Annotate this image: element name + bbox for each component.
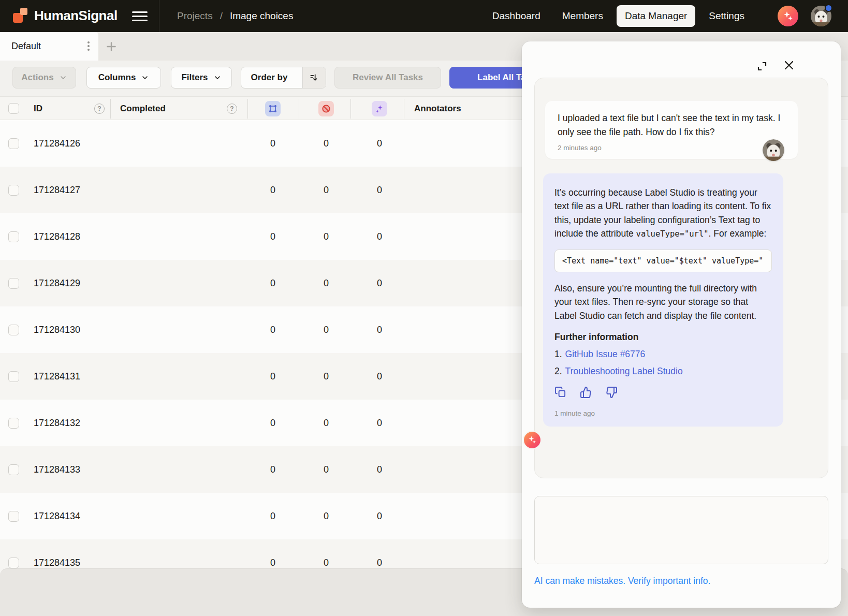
sparkles-icon bbox=[374, 104, 385, 114]
thumbs-up-button[interactable] bbox=[580, 386, 592, 398]
predictions-count: 0 bbox=[367, 400, 392, 446]
humansignal-logo-icon bbox=[12, 7, 29, 24]
filters-button[interactable]: Filters bbox=[171, 67, 232, 89]
completed-help-icon[interactable]: ? bbox=[227, 104, 237, 114]
annotations-count: 0 bbox=[260, 120, 285, 167]
thumbs-down-icon bbox=[605, 386, 618, 399]
chevron-down-icon bbox=[141, 74, 149, 82]
thumbs-down-button[interactable] bbox=[605, 386, 617, 398]
filters-button-label: Filters bbox=[181, 72, 208, 83]
thumbs-up-icon bbox=[580, 386, 592, 399]
row-checkbox[interactable] bbox=[8, 371, 19, 382]
annotations-count: 0 bbox=[260, 400, 285, 446]
select-all-checkbox[interactable] bbox=[8, 103, 19, 114]
task-id: 171284132 bbox=[34, 400, 80, 446]
github-issue-link[interactable]: GitHub Issue #6776 bbox=[565, 349, 646, 359]
cancelled-count: 0 bbox=[314, 306, 339, 353]
tab-default-label: Default bbox=[11, 32, 41, 61]
predictions-count: 0 bbox=[367, 167, 392, 213]
user-message-avatar bbox=[763, 139, 784, 161]
cancelled-count: 0 bbox=[314, 213, 339, 260]
tab-options-kebab-icon[interactable] bbox=[82, 39, 95, 53]
ai-message-paragraph-2: Also, ensure you’re mounting the full di… bbox=[554, 282, 772, 322]
ai-message-paragraph-1: It’s occurring because Label Studio is t… bbox=[554, 186, 772, 240]
nav-item-dashboard[interactable]: Dashboard bbox=[484, 5, 549, 27]
copy-button[interactable] bbox=[554, 386, 566, 398]
code-block[interactable]: <Text name="text" value="$text" valueTyp… bbox=[554, 250, 772, 272]
predictions-count: 0 bbox=[367, 493, 392, 539]
task-id: 171284129 bbox=[34, 260, 80, 306]
predictions-count: 0 bbox=[367, 120, 392, 167]
cancelled-count: 0 bbox=[314, 493, 339, 539]
brand-logo[interactable]: HumanSignal bbox=[12, 7, 118, 24]
column-header-completed[interactable]: Completed bbox=[120, 97, 166, 121]
top-nav: HumanSignal Projects / Image choices Das… bbox=[0, 0, 848, 32]
row-checkbox[interactable] bbox=[8, 558, 19, 568]
hamburger-menu-icon[interactable] bbox=[132, 9, 148, 23]
row-checkbox[interactable] bbox=[8, 231, 19, 242]
sort-direction-toggle[interactable] bbox=[302, 67, 326, 88]
annotations-column-icon[interactable] bbox=[265, 101, 281, 116]
order-by-button[interactable]: Order by bbox=[241, 67, 326, 89]
troubleshooting-link[interactable]: Troubleshooting Label Studio bbox=[565, 366, 683, 376]
row-checkbox[interactable] bbox=[8, 278, 19, 289]
prohibited-icon bbox=[321, 104, 331, 114]
user-avatar[interactable] bbox=[811, 6, 831, 26]
row-checkbox[interactable] bbox=[8, 464, 19, 475]
task-id: 171284134 bbox=[34, 493, 80, 539]
sparkles-icon bbox=[782, 10, 794, 22]
task-id: 171284128 bbox=[34, 213, 80, 260]
cancelled-count: 0 bbox=[314, 120, 339, 167]
close-panel-button[interactable] bbox=[783, 59, 795, 71]
ai-message: It’s occurring because Label Studio is t… bbox=[543, 173, 783, 427]
columns-button-label: Columns bbox=[98, 72, 136, 83]
predictions-count: 0 bbox=[367, 353, 392, 400]
cancelled-column-icon[interactable] bbox=[318, 101, 334, 116]
tab-default[interactable]: Default bbox=[0, 32, 98, 61]
add-tab-button[interactable] bbox=[105, 40, 118, 53]
nav-item-settings[interactable]: Settings bbox=[700, 5, 753, 27]
bounding-box-icon bbox=[268, 104, 278, 114]
cancelled-count: 0 bbox=[314, 167, 339, 213]
row-checkbox[interactable] bbox=[8, 325, 19, 335]
screen: HumanSignal Projects / Image choices Das… bbox=[0, 0, 848, 616]
annotations-count: 0 bbox=[260, 446, 285, 493]
row-checkbox[interactable] bbox=[8, 138, 19, 149]
ai-disclaimer-link[interactable]: AI can make mistakes. Verify important i… bbox=[534, 576, 710, 586]
reference-number: 1. bbox=[554, 349, 562, 359]
cancelled-count: 0 bbox=[314, 260, 339, 306]
column-header-annotators[interactable]: Annotators bbox=[414, 97, 461, 121]
row-checkbox[interactable] bbox=[8, 511, 19, 522]
ai-assistant-button[interactable] bbox=[778, 6, 798, 26]
task-id: 171284127 bbox=[34, 167, 80, 213]
predictions-column-icon[interactable] bbox=[372, 101, 387, 116]
column-divider bbox=[404, 99, 404, 119]
annotations-count: 0 bbox=[260, 306, 285, 353]
plus-icon bbox=[105, 40, 118, 53]
column-header-id[interactable]: ID bbox=[34, 97, 42, 121]
actions-button[interactable]: Actions bbox=[12, 67, 76, 89]
cancelled-count: 0 bbox=[314, 400, 339, 446]
row-checkbox[interactable] bbox=[8, 185, 19, 196]
user-message: I uploaded a text file but I can't see t… bbox=[545, 101, 798, 159]
annotations-count: 0 bbox=[260, 493, 285, 539]
task-id: 171284130 bbox=[34, 306, 80, 353]
expand-panel-button[interactable] bbox=[756, 60, 768, 72]
breadcrumb-projects[interactable]: Projects bbox=[177, 10, 213, 22]
review-all-tasks-button[interactable]: Review All Tasks bbox=[334, 67, 441, 89]
predictions-count: 0 bbox=[367, 306, 392, 353]
row-checkbox[interactable] bbox=[8, 418, 19, 429]
reference-item: 2.Troubleshooting Label Studio bbox=[554, 366, 772, 377]
nav-links: Dashboard Members Data Manager Settings bbox=[484, 0, 753, 32]
nav-item-data-manager[interactable]: Data Manager bbox=[617, 5, 695, 27]
expand-icon bbox=[756, 60, 768, 72]
nav-divider bbox=[159, 0, 159, 32]
copy-icon bbox=[554, 386, 566, 398]
id-help-icon[interactable]: ? bbox=[94, 104, 105, 114]
nav-item-members[interactable]: Members bbox=[554, 5, 611, 27]
ai-message-avatar bbox=[523, 431, 542, 449]
chat-input[interactable] bbox=[534, 496, 828, 564]
column-divider bbox=[247, 99, 248, 119]
columns-button[interactable]: Columns bbox=[86, 67, 161, 89]
reference-number: 2. bbox=[554, 366, 562, 376]
